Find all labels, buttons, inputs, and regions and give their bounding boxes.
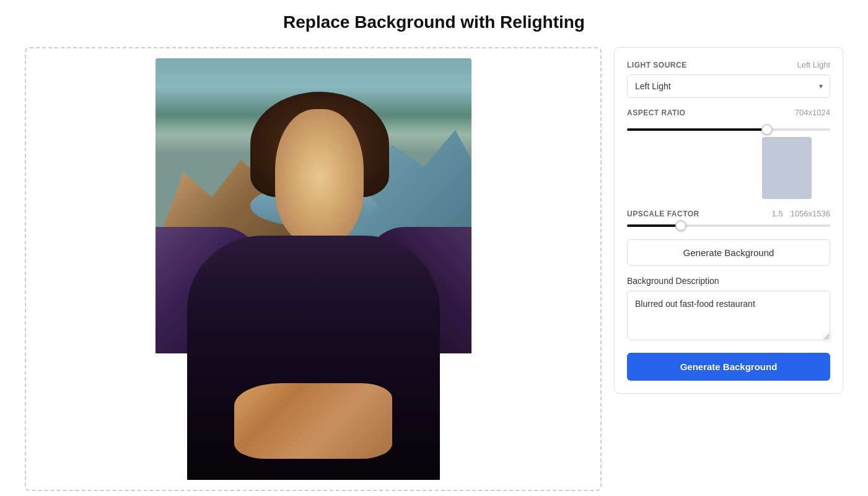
aspect-ratio-preview-box (762, 137, 812, 199)
mona-lisa-image (156, 58, 471, 480)
upscale-factor-slider[interactable] (627, 224, 830, 227)
main-layout: LIGHT SOURCE Left Light Left Light Right… (0, 47, 868, 496)
upscale-factor-section: UPSCALE FACTOR 1.5 1056x1536 (627, 209, 830, 229)
generate-background-button-white[interactable]: Generate Background (627, 239, 830, 266)
controls-panel: LIGHT SOURCE Left Light Left Light Right… (614, 47, 843, 394)
upscale-factor-values: 1.5 1056x1536 (772, 209, 830, 218)
upscale-factor-label: UPSCALE FACTOR (627, 210, 699, 218)
painting-face (275, 109, 364, 244)
background-description-input[interactable]: Blurred out fast-food restaurant (627, 291, 830, 340)
upscale-factor-multiplier: 1.5 (772, 209, 783, 218)
light-source-dropdown-wrapper: Left Light Right Light Top Light Bottom … (627, 74, 830, 98)
light-source-header: LIGHT SOURCE Left Light (627, 60, 830, 69)
page-title: Replace Background with Relighting (0, 0, 868, 47)
aspect-ratio-label: ASPECT RATIO (627, 108, 685, 117)
light-source-value: Left Light (797, 60, 831, 69)
aspect-ratio-value: 704x1024 (795, 108, 830, 117)
painting-hands (234, 383, 392, 459)
aspect-ratio-preview-container (627, 137, 830, 199)
upscale-factor-header: UPSCALE FACTOR 1.5 1056x1536 (627, 209, 830, 218)
light-source-select[interactable]: Left Light Right Light Top Light Bottom … (627, 74, 830, 98)
background-description-label: Background Description (627, 276, 830, 286)
aspect-ratio-header: ASPECT RATIO 704x1024 (627, 108, 830, 117)
aspect-ratio-slider[interactable] (627, 128, 830, 131)
image-panel (25, 47, 602, 491)
upscale-factor-dimensions: 1056x1536 (791, 209, 830, 218)
aspect-ratio-section: ASPECT RATIO 704x1024 (627, 108, 830, 199)
background-description-section: Background Description Blurred out fast-… (627, 276, 830, 343)
light-source-label: LIGHT SOURCE (627, 61, 687, 69)
light-source-section: LIGHT SOURCE Left Light Left Light Right… (627, 60, 830, 98)
generate-background-button-blue[interactable]: Generate Background (627, 353, 830, 381)
